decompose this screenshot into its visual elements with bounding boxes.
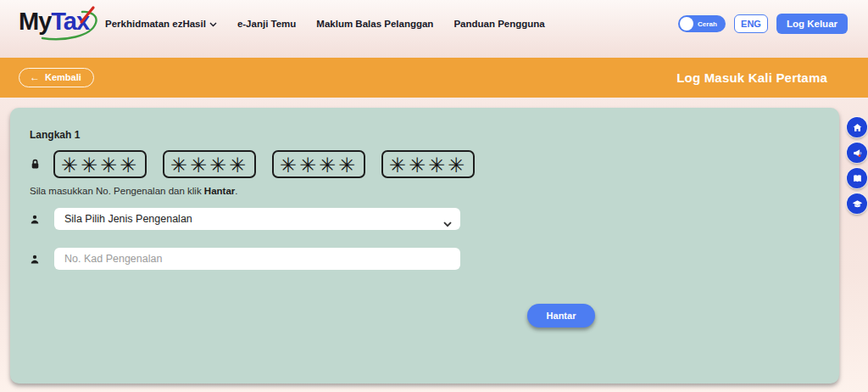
home-icon[interactable] [847, 117, 867, 137]
nav-label: Maklum Balas Pelanggan [316, 19, 433, 29]
quick-access-sidebar [847, 117, 867, 214]
language-button[interactable]: ENG [734, 14, 768, 33]
nav-perkhidmatan-ezhasil[interactable]: Perkhidmatan ezHasil [105, 19, 217, 29]
person-icon [30, 214, 42, 225]
security-phrase-box: ✳✳✳✳ [272, 150, 365, 178]
instruction-prefix: Sila masukkan No. Pengenalan dan klik [30, 186, 204, 196]
nav-label: Panduan Pengguna [453, 19, 544, 29]
book-icon[interactable] [847, 168, 867, 188]
mytax-logo[interactable]: MyTax [17, 4, 100, 42]
security-phrase-box: ✳✳✳✳ [53, 150, 147, 178]
nav-e-janji-temu[interactable]: e-Janji Temu [237, 19, 296, 29]
back-button[interactable]: ← Kembali [19, 68, 94, 87]
page-banner: ← Kembali Log Masuk Kali Pertama [0, 58, 868, 98]
main-nav: Perkhidmatan ezHasil e-Janji Temu Maklum… [105, 17, 545, 29]
security-phrase-box: ✳✳✳✳ [163, 150, 256, 178]
logout-button[interactable]: Log Keluar [776, 14, 848, 34]
security-phrase-row: ✳✳✳✳ ✳✳✳✳ ✳✳✳✳ ✳✳✳✳ [30, 150, 491, 178]
top-header: MyTax Perkhidmatan ezHasil e-Janji Temu … [0, 0, 868, 58]
toggle-knob [680, 17, 693, 31]
lock-icon [30, 158, 42, 171]
header-controls: Cerah ENG Log Keluar [678, 12, 848, 34]
security-phrase-box: ✳✳✳✳ [381, 150, 475, 178]
id-type-row: Sila Pilih Jenis Pengenalan [30, 208, 460, 230]
logo-swoosh-icon [17, 4, 100, 42]
instruction-bold: Hantar [204, 186, 235, 196]
chevron-down-icon [209, 22, 217, 27]
step-label: Langkah 1 [30, 129, 80, 141]
toggle-label: Cerah [698, 20, 717, 28]
nav-panduan-pengguna[interactable]: Panduan Pengguna [453, 19, 544, 29]
nav-label: Perkhidmatan ezHasil [105, 19, 206, 29]
id-type-select-wrap: Sila Pilih Jenis Pengenalan [54, 208, 460, 230]
graduation-cap-icon[interactable] [847, 193, 867, 214]
person-icon [30, 254, 42, 265]
back-button-label: Kembali [45, 72, 81, 82]
id-number-input[interactable] [54, 248, 460, 270]
instruction-text: Sila masukkan No. Pengenalan dan klik Ha… [30, 186, 237, 196]
theme-toggle[interactable]: Cerah [678, 15, 726, 32]
submit-button[interactable]: Hantar [527, 304, 595, 328]
instruction-suffix: . [235, 186, 237, 196]
nav-label: e-Janji Temu [237, 19, 296, 29]
back-arrow-icon: ← [30, 72, 40, 82]
id-number-row [30, 248, 460, 270]
page-title: Log Masuk Kali Pertama [676, 70, 827, 85]
announcement-icon[interactable] [847, 143, 867, 163]
login-step-panel: Langkah 1 ✳✳✳✳ ✳✳✳✳ ✳✳✳✳ ✳✳✳✳ Sila masuk… [10, 108, 839, 384]
nav-maklum-balas-pelanggan[interactable]: Maklum Balas Pelanggan [316, 19, 433, 29]
id-type-select[interactable]: Sila Pilih Jenis Pengenalan [54, 208, 460, 230]
